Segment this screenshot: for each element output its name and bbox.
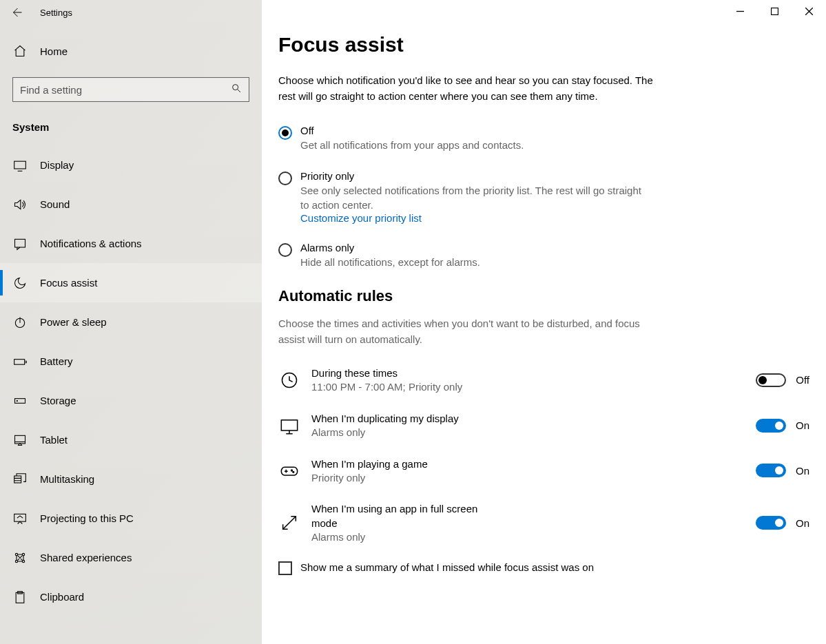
svg-point-13 [22, 560, 24, 562]
svg-rect-7 [15, 435, 25, 444]
focus-assist-icon [12, 276, 28, 291]
automatic-rules-intro: Choose the times and activities when you… [278, 316, 650, 347]
summary-checkbox[interactable] [278, 561, 292, 575]
display-icon [12, 158, 28, 173]
sidebar-section-header: System [0, 116, 262, 145]
rule-fullscreen-app[interactable]: When I'm using an app in full screen mod… [278, 502, 809, 543]
projecting-icon [12, 511, 28, 526]
sidebar-item-label: Shared experiences [40, 552, 132, 563]
battery-icon [12, 354, 28, 369]
sidebar-item-shared-experiences[interactable]: Shared experiences [0, 538, 262, 577]
option-off-desc: Get all notifications from your apps and… [300, 138, 524, 152]
fullscreen-icon [278, 512, 300, 534]
page-intro: Choose which notification you'd like to … [278, 73, 664, 104]
toggle-during-times[interactable] [756, 373, 786, 387]
svg-rect-9 [14, 514, 26, 521]
sidebar-home[interactable]: Home [0, 25, 262, 74]
svg-point-19 [291, 470, 293, 471]
svg-point-11 [22, 553, 24, 555]
option-priority-desc: See only selected notifications from the… [300, 183, 650, 212]
rule-playing-game[interactable]: When I'm playing a game Priority only On [278, 457, 809, 485]
rule-title: During these times [311, 366, 491, 380]
option-alarms-label: Alarms only [300, 242, 480, 253]
sidebar-item-battery[interactable]: Battery [0, 342, 262, 381]
multitasking-icon [12, 472, 28, 487]
sidebar-item-label: Battery [40, 355, 73, 367]
svg-point-20 [293, 472, 294, 473]
sidebar-item-clipboard[interactable]: Clipboard [0, 577, 262, 616]
close-button[interactable] [792, 0, 826, 22]
toggle-playing-game[interactable] [756, 464, 786, 477]
rule-duplicating-display[interactable]: When I'm duplicating my display Alarms o… [278, 412, 809, 439]
option-off[interactable]: Off Get all notifications from your apps… [278, 125, 650, 152]
option-alarms-desc: Hide all notifications, except for alarm… [300, 255, 480, 269]
sidebar-item-label: Clipboard [40, 591, 84, 603]
sidebar-item-label: Storage [40, 395, 76, 406]
svg-rect-1 [14, 161, 26, 169]
maximize-button[interactable] [757, 0, 792, 22]
sidebar-item-notifications[interactable]: Notifications & actions [0, 224, 262, 263]
summary-checkbox-label: Show me a summary of what I missed while… [300, 561, 594, 573]
sidebar-item-projecting[interactable]: Projecting to this PC [0, 499, 262, 538]
search-box[interactable] [12, 77, 249, 102]
svg-rect-8 [14, 476, 21, 483]
sidebar-item-label: Projecting to this PC [40, 512, 134, 524]
sidebar-item-display[interactable]: Display [0, 145, 262, 185]
storage-icon [12, 393, 28, 408]
toggle-duplicating-display[interactable] [756, 419, 786, 433]
toggle-fullscreen-app[interactable] [756, 516, 786, 530]
sidebar-item-label: Notifications & actions [40, 238, 142, 249]
sidebar-item-tablet[interactable]: Tablet [0, 420, 262, 459]
display-icon [278, 415, 300, 437]
sidebar-item-multitasking[interactable]: Multitasking [0, 459, 262, 499]
option-priority-only[interactable]: Priority only See only selected notifica… [278, 170, 650, 224]
rule-during-these-times[interactable]: During these times 11:00 PM - 7:00 AM; P… [278, 366, 809, 394]
main-content: Focus assist Choose which notification y… [262, 0, 826, 644]
clock-icon [278, 369, 300, 391]
sidebar-item-label: Tablet [40, 434, 68, 446]
sidebar-item-label: Sound [40, 198, 70, 210]
option-priority-label: Priority only [300, 170, 650, 182]
shared-experiences-icon [12, 550, 28, 565]
search-icon [231, 83, 242, 96]
window-controls [723, 0, 826, 22]
clipboard-icon [12, 590, 28, 605]
svg-point-6 [17, 400, 17, 401]
app-title: Settings [40, 8, 72, 18]
gamepad-icon [278, 459, 300, 481]
power-icon [12, 315, 28, 330]
sidebar-home-label: Home [40, 45, 68, 57]
sidebar-item-label: Display [40, 159, 74, 171]
sidebar-item-label: Focus assist [40, 277, 97, 289]
toggle-state: On [796, 517, 809, 529]
toggle-state: On [796, 465, 809, 477]
sidebar: Settings Home System Display Sound Notif… [0, 0, 262, 644]
svg-point-10 [15, 553, 17, 555]
sidebar-item-label: Multitasking [40, 473, 94, 485]
titlebar: Settings [0, 0, 262, 25]
svg-rect-4 [14, 359, 25, 364]
option-off-label: Off [300, 125, 524, 136]
page-title: Focus assist [278, 33, 809, 56]
rule-subtitle: Priority only [311, 471, 745, 485]
radio-off[interactable] [278, 126, 292, 140]
rule-subtitle: Alarms only [311, 426, 745, 439]
rule-subtitle: 11:00 PM - 7:00 AM; Priority only [311, 380, 745, 394]
sidebar-item-focus-assist[interactable]: Focus assist [0, 263, 262, 302]
sidebar-item-storage[interactable]: Storage [0, 381, 262, 420]
radio-alarms[interactable] [278, 243, 292, 257]
toggle-state: Off [796, 374, 809, 386]
radio-priority[interactable] [278, 172, 292, 185]
back-arrow-icon [10, 6, 23, 19]
search-input[interactable] [20, 84, 231, 96]
summary-checkbox-row[interactable]: Show me a summary of what I missed while… [278, 561, 809, 575]
sidebar-item-label: Power & sleep [40, 316, 107, 328]
rule-title: When I'm duplicating my display [311, 412, 491, 426]
minimize-button[interactable] [723, 0, 757, 22]
back-button[interactable] [10, 6, 23, 19]
rule-title: When I'm playing a game [311, 457, 491, 471]
sidebar-item-sound[interactable]: Sound [0, 185, 262, 224]
sidebar-item-power-sleep[interactable]: Power & sleep [0, 302, 262, 342]
customize-priority-link[interactable]: Customize your priority list [300, 212, 650, 224]
option-alarms-only[interactable]: Alarms only Hide all notifications, exce… [278, 242, 650, 269]
